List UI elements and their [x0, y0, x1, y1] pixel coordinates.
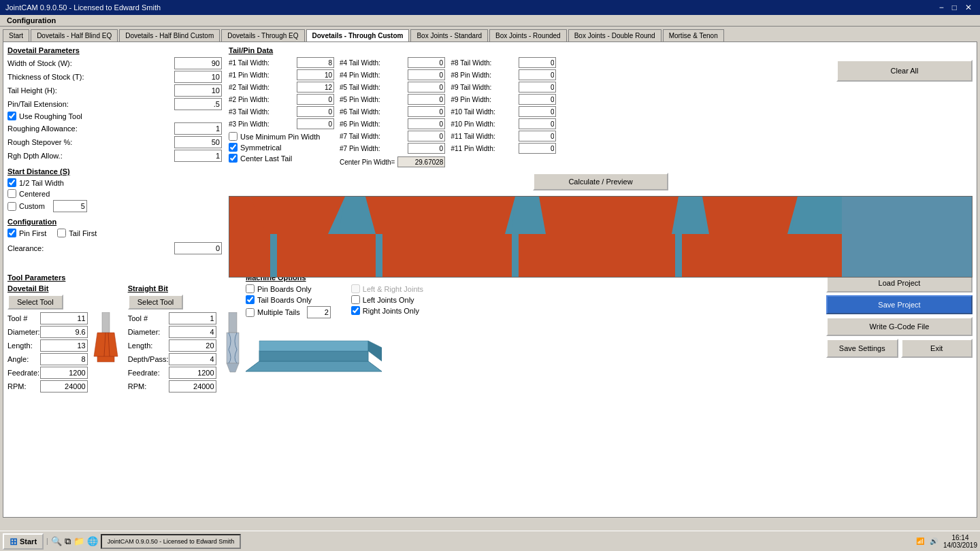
- dovetail-rpm-input[interactable]: [40, 380, 88, 393]
- dovetail-tool-num-label: Tool #: [7, 314, 40, 322]
- tail-boards-only-checkbox[interactable]: [246, 295, 255, 304]
- tab-through-eq[interactable]: Dovetails - Through EQ: [221, 29, 304, 41]
- right-joints-only-label[interactable]: Right Joints Only: [363, 307, 419, 315]
- minimize-button[interactable]: −: [936, 3, 947, 12]
- pin-boards-only-checkbox[interactable]: [246, 284, 255, 293]
- save-settings-button[interactable]: Save Settings: [826, 339, 898, 358]
- tab-box-double-round[interactable]: Box Joints - Double Round: [568, 29, 662, 41]
- multiple-tails-value-input[interactable]: [307, 306, 331, 318]
- custom-checkbox[interactable]: [7, 202, 16, 211]
- pin7-input[interactable]: [408, 143, 445, 154]
- width-of-stock-input[interactable]: [174, 57, 222, 69]
- rough-stepover-input[interactable]: [174, 136, 222, 148]
- straight-length-input[interactable]: [169, 339, 216, 352]
- pin1-input[interactable]: [297, 69, 334, 80]
- use-min-pin-label[interactable]: Use Minimum Pin Width: [240, 133, 320, 141]
- pin10-row: #10 Pin Width:: [451, 118, 556, 129]
- dovetail-tool-num-input[interactable]: [40, 312, 88, 324]
- write-gcode-button[interactable]: Write G-Code File: [826, 317, 973, 336]
- tail-boards-only-label[interactable]: Tail Boards Only: [257, 296, 312, 304]
- left-joints-only-checkbox[interactable]: [351, 295, 360, 304]
- tail2-input[interactable]: [297, 82, 334, 93]
- roughing-allowance-input[interactable]: [174, 122, 222, 135]
- multiple-tails-label[interactable]: Multiple Tails: [257, 308, 300, 316]
- tail7-input[interactable]: [408, 131, 445, 141]
- use-roughing-tool-checkbox[interactable]: [7, 112, 16, 120]
- pin4-input[interactable]: [408, 69, 445, 80]
- tab-start[interactable]: Start: [3, 29, 29, 41]
- close-button[interactable]: ✕: [962, 3, 975, 12]
- tail11-input[interactable]: [519, 131, 556, 141]
- pin5-input[interactable]: [408, 94, 445, 105]
- calculate-preview-button[interactable]: Calculate / Preview: [533, 173, 668, 190]
- tab-mortise-tenon[interactable]: Mortise & Tenon: [663, 29, 724, 41]
- dovetail-diameter-input[interactable]: [40, 326, 88, 338]
- tail-first-label[interactable]: Tail First: [69, 229, 97, 237]
- pin11-input[interactable]: [519, 143, 556, 154]
- pin8-input[interactable]: [519, 69, 556, 80]
- straight-diameter-input[interactable]: [169, 326, 216, 338]
- straight-feedrate-input[interactable]: [169, 367, 216, 379]
- tail-height-input[interactable]: [174, 84, 222, 97]
- custom-value-input[interactable]: [53, 200, 87, 212]
- pin8-row: #8 Pin Width:: [451, 69, 556, 80]
- custom-label[interactable]: Custom: [19, 202, 45, 210]
- tab-half-blind-custom[interactable]: Dovetails - Half Blind Custom: [119, 29, 220, 41]
- straight-rpm-input[interactable]: [169, 380, 216, 393]
- center-last-tail-label[interactable]: Center Last Tail: [240, 154, 292, 163]
- tail-first-checkbox[interactable]: [57, 229, 66, 237]
- clear-all-button[interactable]: Clear All: [836, 60, 973, 82]
- tail1-input[interactable]: [297, 57, 334, 68]
- half-tail-width-label[interactable]: 1/2 Tail Width: [19, 179, 64, 187]
- tail8-input[interactable]: [519, 57, 556, 68]
- straight-tool-num-input[interactable]: [169, 312, 216, 324]
- half-tail-width-checkbox[interactable]: [7, 178, 16, 187]
- exit-button[interactable]: Exit: [901, 339, 973, 358]
- tab-half-blind-eq[interactable]: Dovetails - Half Blind EQ: [31, 29, 118, 41]
- symmetrical-label[interactable]: Symmetrical: [240, 144, 282, 152]
- tail10-input[interactable]: [519, 106, 556, 117]
- pin10-input[interactable]: [519, 118, 556, 129]
- centered-checkbox[interactable]: [7, 189, 16, 198]
- tail5-input[interactable]: [408, 82, 445, 93]
- dovetail-angle-input[interactable]: [40, 353, 88, 365]
- tab-box-standard[interactable]: Box Joints - Standard: [410, 29, 488, 41]
- rgh-dpth-allow-input[interactable]: [174, 150, 222, 162]
- pin9-input[interactable]: [519, 94, 556, 105]
- use-min-pin-checkbox[interactable]: [229, 132, 238, 141]
- tail3-input[interactable]: [297, 106, 334, 117]
- pin-first-label[interactable]: Pin First: [19, 229, 46, 237]
- clearance-input[interactable]: [174, 242, 222, 254]
- save-project-button[interactable]: Save Project: [826, 295, 973, 314]
- use-roughing-tool-label[interactable]: Use Roughing Tool: [19, 112, 82, 120]
- pin-first-checkbox[interactable]: [7, 229, 16, 237]
- dovetail-feedrate-label: Feedrate:: [7, 369, 40, 377]
- tab-box-rounded[interactable]: Box Joints - Rounded: [489, 29, 567, 41]
- pin-boards-only-label[interactable]: Pin Boards Only: [257, 285, 311, 293]
- thickness-of-stock-input[interactable]: [174, 71, 222, 83]
- left-joints-only-label[interactable]: Left Joints Only: [363, 296, 414, 304]
- tail9-input[interactable]: [519, 82, 556, 93]
- symmetrical-checkbox[interactable]: [229, 143, 238, 152]
- dovetail-length-input[interactable]: [40, 339, 88, 352]
- centered-label[interactable]: Centered: [19, 190, 50, 198]
- pin2-input[interactable]: [297, 94, 334, 105]
- select-tool-dovetail-button[interactable]: Select Tool: [7, 295, 63, 310]
- pin-tail-ext-input[interactable]: [174, 98, 222, 110]
- multiple-tails-checkbox[interactable]: [246, 308, 255, 317]
- menu-configuration[interactable]: Configuration: [3, 15, 60, 26]
- maximize-button[interactable]: □: [949, 3, 960, 12]
- pin3-input[interactable]: [297, 118, 334, 129]
- dovetail-feedrate-input[interactable]: [40, 367, 88, 379]
- straight-depth-pass-input[interactable]: [169, 353, 216, 365]
- right-joints-only-checkbox[interactable]: [351, 306, 360, 315]
- thickness-of-stock-row: Thickness of Stock (T):: [7, 71, 222, 83]
- tail6-input[interactable]: [408, 106, 445, 117]
- pin6-input[interactable]: [408, 118, 445, 129]
- center-last-tail-checkbox[interactable]: [229, 154, 238, 163]
- left-right-joints-checkbox[interactable]: [351, 284, 360, 293]
- tail4-input[interactable]: [408, 57, 445, 68]
- tab-through-custom[interactable]: Dovetails - Through Custom: [306, 29, 410, 41]
- center-pin-width-input[interactable]: [397, 156, 445, 167]
- select-tool-straight-button[interactable]: Select Tool: [128, 295, 184, 310]
